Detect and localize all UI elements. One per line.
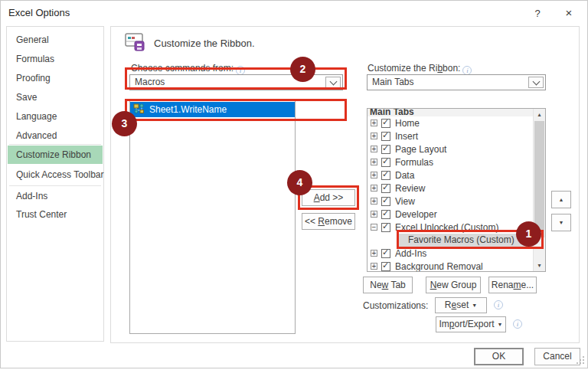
sidebar-item-proofing[interactable]: Proofing: [8, 69, 103, 88]
tab-row-home[interactable]: + ✓ Home: [368, 116, 533, 129]
sidebar-item-save[interactable]: Save: [8, 88, 103, 107]
tab-label: Page Layout: [395, 144, 446, 155]
main-tabs-listbox[interactable]: Main Tabs + ✓ Home + ✓ Insert + ✓ Page L…: [367, 108, 546, 272]
check-icon: ✓: [382, 260, 389, 270]
sidebar-item-customize-ribbon[interactable]: Customize Ribbon: [8, 146, 103, 164]
expand-icon[interactable]: +: [371, 172, 377, 178]
close-button[interactable]: ×: [560, 5, 577, 21]
command-label: Sheet1.WriteName: [149, 104, 227, 115]
page-title: Customize the Ribbon.: [154, 38, 255, 49]
tab-rows: + ✓ Home + ✓ Insert + ✓ Page Layout + ✓ …: [368, 116, 533, 271]
import-export-button[interactable]: Import/Export▼: [436, 316, 506, 332]
tab-row-add-ins[interactable]: + ✓ Add-Ins: [368, 247, 533, 260]
tab-label: Background Removal: [395, 261, 483, 272]
new-tab-button[interactable]: New Tab: [363, 277, 413, 293]
check-icon: ✓: [382, 143, 389, 153]
dropdown-value: Main Tabs: [372, 77, 413, 87]
chevron-down-icon[interactable]: [325, 77, 341, 88]
checkbox[interactable]: ✓: [381, 132, 390, 141]
customize-ribbon-label: Customize the Ribbon:i: [368, 63, 472, 75]
scrollbar[interactable]: ▴ ▾: [533, 109, 545, 271]
info-icon: i: [494, 300, 503, 309]
help-button[interactable]: ?: [531, 7, 544, 21]
checkbox[interactable]: ✓: [381, 171, 390, 180]
choose-commands-dropdown[interactable]: Macros: [129, 74, 343, 90]
scroll-down-icon[interactable]: ▾: [534, 260, 545, 271]
check-icon: ✓: [382, 195, 389, 205]
customizations-label: Customizations:: [363, 300, 428, 311]
customize-ribbon-dropdown[interactable]: Main Tabs: [367, 74, 546, 90]
tab-row-view[interactable]: + ✓ View: [368, 195, 533, 208]
checkbox[interactable]: ✓: [381, 145, 390, 154]
resize-grip[interactable]: [577, 355, 585, 366]
checkbox[interactable]: ✓: [381, 210, 390, 219]
scrollbar-thumb[interactable]: [534, 121, 544, 237]
tab-row-data[interactable]: + ✓ Data: [368, 169, 533, 182]
sidebar-item-trust-center[interactable]: Trust Center: [8, 205, 103, 224]
checkbox[interactable]: ✓: [381, 184, 390, 193]
tab-row-insert[interactable]: + ✓ Insert: [368, 129, 533, 142]
tab-label: Add-Ins: [395, 248, 426, 259]
checkbox[interactable]: ✓: [381, 249, 390, 258]
info-icon: i: [513, 319, 522, 329]
command-item-sheet1-writename[interactable]: Sheet1.WriteName: [130, 102, 295, 117]
tab-row-formulas[interactable]: + ✓ Formulas: [368, 156, 533, 169]
ok-button[interactable]: OK: [474, 348, 524, 365]
down-triangle-icon: ▼: [559, 220, 564, 225]
reset-button[interactable]: Reset▼: [435, 297, 487, 313]
expand-icon[interactable]: +: [371, 211, 377, 218]
commands-listbox[interactable]: [129, 100, 296, 334]
expand-icon[interactable]: +: [371, 146, 377, 152]
tab-label: Review: [395, 183, 425, 194]
rename-button[interactable]: Rename...: [488, 277, 537, 293]
expand-icon[interactable]: +: [371, 263, 377, 270]
checkbox[interactable]: ✓: [381, 158, 390, 167]
collapse-icon[interactable]: −: [371, 224, 377, 231]
cancel-button[interactable]: Cancel: [534, 348, 580, 365]
check-icon: ✓: [382, 117, 389, 127]
expand-icon[interactable]: +: [371, 133, 377, 139]
tab-label: Data: [395, 170, 414, 181]
check-icon: ✓: [382, 130, 389, 140]
expand-icon[interactable]: +: [371, 159, 377, 165]
new-group-button[interactable]: New Group: [426, 277, 481, 293]
up-triangle-icon: ▲: [559, 197, 564, 202]
dropdown-caret-icon: ▼: [472, 303, 477, 308]
dropdown-value: Macros: [135, 77, 165, 87]
sidebar-item-formulas[interactable]: Formulas: [8, 50, 103, 69]
sidebar-item-quick-access-toolbar[interactable]: Quick Access Toolbar: [8, 165, 103, 185]
expand-icon[interactable]: +: [371, 120, 377, 126]
move-up-button[interactable]: ▲: [551, 191, 571, 208]
expand-icon[interactable]: +: [371, 198, 377, 205]
add-button[interactable]: Add >>: [302, 189, 355, 206]
checkbox[interactable]: ✓: [381, 119, 390, 128]
tab-row-page-layout[interactable]: + ✓ Page Layout: [368, 142, 533, 156]
dropdown-caret-icon: ▼: [498, 322, 503, 327]
tab-row-favorite-macros[interactable]: Favorite Macros (Custom): [368, 234, 533, 247]
expand-icon[interactable]: +: [371, 185, 377, 192]
checkbox[interactable]: ✓: [381, 223, 390, 232]
excel-options-dialog: Excel Options ? × General Formulas Proof…: [0, 0, 588, 368]
scroll-up-icon[interactable]: ▴: [534, 109, 545, 120]
list-group-header: Main Tabs: [368, 109, 533, 116]
checkbox[interactable]: ✓: [381, 262, 390, 271]
chevron-down-icon[interactable]: [528, 77, 544, 88]
check-icon: ✓: [382, 156, 389, 166]
sidebar-item-language[interactable]: Language: [8, 107, 103, 126]
sidebar-item-general[interactable]: General: [8, 31, 103, 50]
sidebar-item-advanced[interactable]: Advanced: [8, 126, 103, 146]
tab-label: Formulas: [395, 157, 433, 168]
options-sidebar: General Formulas Proofing Save Language …: [6, 26, 104, 342]
selected-group-row[interactable]: Favorite Macros (Custom): [398, 234, 533, 247]
tab-row-developer[interactable]: + ✓ Developer: [368, 208, 533, 221]
move-down-button[interactable]: ▼: [551, 214, 571, 231]
sidebar-separator: [9, 185, 101, 186]
tab-row-review[interactable]: + ✓ Review: [368, 182, 533, 195]
checkbox[interactable]: ✓: [381, 197, 390, 206]
sidebar-separator: [9, 144, 101, 145]
remove-button[interactable]: << Remove: [302, 213, 355, 230]
sidebar-item-add-ins[interactable]: Add-Ins: [8, 187, 103, 206]
tab-row-background-removal[interactable]: + ✓ Background Removal: [368, 260, 533, 271]
expand-icon[interactable]: +: [371, 250, 377, 257]
tab-row-excel-unlocked[interactable]: − ✓ Excel Unlocked (Custom): [368, 221, 533, 234]
